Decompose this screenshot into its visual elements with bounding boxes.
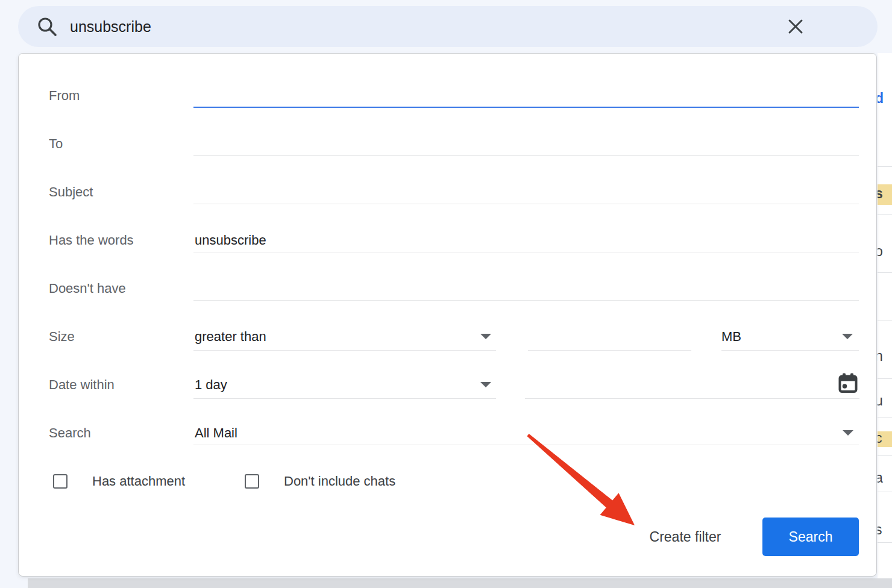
has-attachment-label: Has attachment <box>92 474 185 489</box>
search-scope-label: Search <box>49 425 91 441</box>
doesnt-have-input[interactable] <box>193 300 859 301</box>
email-text-fragment: u <box>878 393 883 409</box>
search-filter-dialog: From To Subject Has the words unsubscrib… <box>18 53 877 577</box>
close-icon <box>786 17 805 36</box>
background-bottom-divider <box>28 578 892 588</box>
email-text-fragment: d <box>878 90 884 107</box>
email-text-fragment: s <box>878 186 883 202</box>
search-button[interactable]: Search <box>762 518 859 556</box>
email-row-divider <box>878 542 892 543</box>
email-row-divider <box>878 492 892 492</box>
email-row-divider <box>878 166 892 167</box>
date-range-value: 1 day <box>195 377 227 393</box>
date-range-chevron-down-icon[interactable] <box>480 382 491 387</box>
background-email-list-strip: d s o ' n u c a s <box>878 53 892 588</box>
search-bar[interactable] <box>18 6 878 47</box>
has-words-input[interactable] <box>193 252 859 252</box>
email-row-divider <box>878 272 892 273</box>
search-scope-chevron-down-icon[interactable] <box>843 430 853 436</box>
subject-label: Subject <box>49 184 93 200</box>
create-filter-button[interactable]: Create filter <box>637 522 733 551</box>
subject-input[interactable] <box>193 204 859 204</box>
size-unit-chevron-down-icon[interactable] <box>842 334 853 339</box>
to-label: To <box>49 136 63 152</box>
email-text-fragment: a <box>878 470 883 486</box>
email-row-divider <box>878 417 892 418</box>
search-input[interactable] <box>70 18 784 36</box>
dont-include-chats-label: Don't include chats <box>284 474 395 489</box>
from-input[interactable] <box>193 107 859 108</box>
has-attachment-checkbox[interactable] <box>53 474 68 489</box>
email-row-divider <box>878 378 892 379</box>
doesnt-have-label: Doesn't have <box>49 281 126 296</box>
close-search-button[interactable] <box>784 14 808 39</box>
calendar-icon[interactable] <box>838 373 858 393</box>
search-icon <box>36 16 58 37</box>
size-unit-value: MB <box>721 329 741 345</box>
email-row-divider <box>878 321 892 321</box>
from-label: From <box>49 88 80 104</box>
date-within-label: Date within <box>49 377 115 393</box>
email-row-divider <box>878 455 892 456</box>
has-words-value[interactable]: unsubscribe <box>195 233 266 248</box>
has-words-label: Has the words <box>49 233 134 248</box>
date-range-dropdown[interactable] <box>193 398 496 399</box>
date-input[interactable] <box>525 398 859 399</box>
size-label: Size <box>49 329 75 345</box>
size-operator-dropdown[interactable] <box>193 350 496 351</box>
to-input[interactable] <box>193 155 859 156</box>
size-unit-dropdown[interactable] <box>721 350 859 351</box>
size-amount-input[interactable] <box>528 350 691 351</box>
size-operator-value: greater than <box>195 329 266 345</box>
email-text-fragment: c <box>878 430 882 446</box>
email-text-fragment: o <box>878 243 883 260</box>
gmail-search-filter-page: d s o ' n u c a s From To <box>0 0 892 588</box>
size-operator-chevron-down-icon[interactable] <box>480 334 491 339</box>
dont-include-chats-checkbox[interactable] <box>245 474 259 489</box>
search-scope-value: All Mail <box>195 425 237 441</box>
email-row-divider <box>878 214 892 215</box>
email-text-fragment: n <box>878 348 883 364</box>
email-text-fragment: s <box>878 522 882 538</box>
search-scope-dropdown[interactable] <box>193 445 859 445</box>
